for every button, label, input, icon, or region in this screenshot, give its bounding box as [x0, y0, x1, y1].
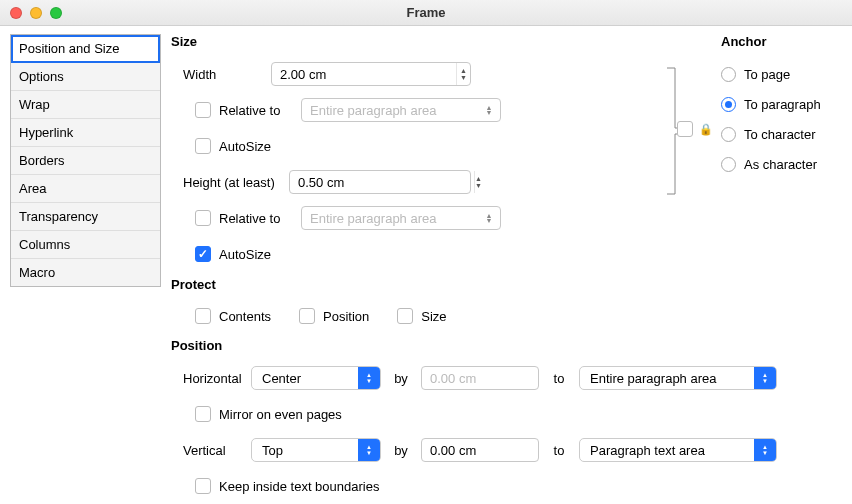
chevron-updown-icon[interactable]: ▲▼: [754, 439, 776, 461]
protect-contents-checkbox[interactable]: [195, 308, 211, 324]
height-relative-label: Relative to: [219, 211, 297, 226]
tab-hyperlink[interactable]: Hyperlink: [11, 119, 160, 147]
width-relative-select: Entire paragraph area ▲▼: [301, 98, 501, 122]
chevron-updown-icon: ▲▼: [484, 213, 494, 223]
horizontal-label: Horizontal: [171, 371, 241, 386]
anchor-heading: Anchor: [721, 34, 851, 49]
protect-size-checkbox[interactable]: [397, 308, 413, 324]
protect-heading: Protect: [171, 277, 840, 292]
horizontal-select[interactable]: Center ▲▼: [251, 366, 381, 390]
width-relative-checkbox[interactable]: [195, 102, 211, 118]
chevron-updown-icon[interactable]: ▲▼: [358, 439, 380, 461]
anchor-to-page-radio[interactable]: [721, 67, 736, 82]
tab-list: Position and Size Options Wrap Hyperlink…: [10, 34, 161, 287]
keep-inside-checkbox[interactable]: [195, 478, 211, 494]
keep-ratio-checkbox[interactable]: [677, 121, 693, 137]
tab-borders[interactable]: Borders: [11, 147, 160, 175]
stepper-arrows-icon[interactable]: ▲▼: [474, 171, 482, 193]
height-input[interactable]: [290, 175, 474, 190]
tab-options[interactable]: Options: [11, 63, 160, 91]
width-spinner[interactable]: ▲▼: [271, 62, 471, 86]
height-relative-checkbox[interactable]: [195, 210, 211, 226]
chevron-updown-icon: ▲▼: [484, 105, 494, 115]
vertical-by-spinner[interactable]: ▲▼: [421, 438, 539, 462]
window-title: Frame: [0, 5, 852, 20]
width-autosize-label: AutoSize: [219, 139, 271, 154]
sidebar: Position and Size Options Wrap Hyperlink…: [0, 26, 161, 504]
tab-transparency[interactable]: Transparency: [11, 203, 160, 231]
height-spinner[interactable]: ▲▼: [289, 170, 471, 194]
protect-position-checkbox[interactable]: [299, 308, 315, 324]
main-panel: Size Width ▲▼ Relative to Entire paragra…: [161, 26, 852, 504]
anchor-group: Anchor To page To paragraph To character…: [721, 34, 851, 179]
vertical-to-select[interactable]: Paragraph text area ▲▼: [579, 438, 777, 462]
horizontal-to-select[interactable]: Entire paragraph area ▲▼: [579, 366, 777, 390]
tab-position-size[interactable]: Position and Size: [11, 35, 160, 63]
height-autosize-checkbox[interactable]: [195, 246, 211, 262]
width-input[interactable]: [272, 67, 456, 82]
height-autosize-label: AutoSize: [219, 247, 271, 262]
height-label: Height (at least): [171, 175, 289, 190]
vertical-select[interactable]: Top ▲▼: [251, 438, 381, 462]
stepper-arrows-icon[interactable]: ▲▼: [456, 63, 470, 85]
chevron-updown-icon[interactable]: ▲▼: [754, 367, 776, 389]
width-relative-label: Relative to: [219, 103, 297, 118]
chevron-updown-icon[interactable]: ▲▼: [358, 367, 380, 389]
keep-inside-label: Keep inside text boundaries: [219, 479, 379, 494]
anchor-to-character-radio[interactable]: [721, 127, 736, 142]
anchor-as-character-radio[interactable]: [721, 157, 736, 172]
anchor-to-paragraph-radio[interactable]: [721, 97, 736, 112]
tab-macro[interactable]: Macro: [11, 259, 160, 286]
titlebar: Frame: [0, 0, 852, 26]
width-autosize-checkbox[interactable]: [195, 138, 211, 154]
lock-icon: 🔒: [699, 123, 713, 136]
mirror-label: Mirror on even pages: [219, 407, 342, 422]
horizontal-by-spinner: ▲▼: [421, 366, 539, 390]
tab-wrap[interactable]: Wrap: [11, 91, 160, 119]
position-heading: Position: [171, 338, 840, 353]
tab-columns[interactable]: Columns: [11, 231, 160, 259]
width-label: Width: [171, 67, 271, 82]
vertical-label: Vertical: [171, 443, 241, 458]
mirror-checkbox[interactable]: [195, 406, 211, 422]
tab-area[interactable]: Area: [11, 175, 160, 203]
height-relative-select: Entire paragraph area ▲▼: [301, 206, 501, 230]
